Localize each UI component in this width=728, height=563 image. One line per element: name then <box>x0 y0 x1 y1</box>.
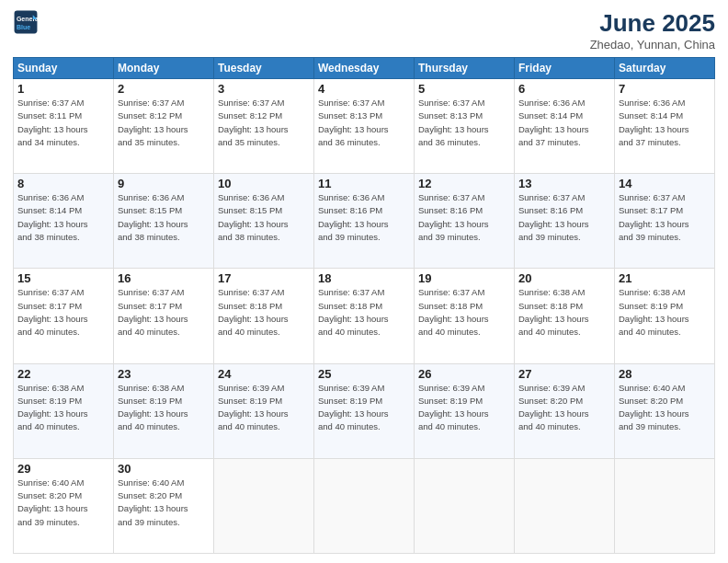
day-number: 16 <box>118 271 210 285</box>
day-info: Sunrise: 6:37 AM Sunset: 8:13 PM Dayligh… <box>318 97 410 149</box>
calendar-cell: 6Sunrise: 6:36 AM Sunset: 8:14 PM Daylig… <box>515 79 615 174</box>
day-header-wednesday: Wednesday <box>314 58 415 79</box>
calendar-cell: 25Sunrise: 6:39 AM Sunset: 8:19 PM Dayli… <box>314 363 415 458</box>
day-number: 2 <box>118 82 210 96</box>
day-info: Sunrise: 6:37 AM Sunset: 8:17 PM Dayligh… <box>17 286 109 339</box>
calendar-cell: 17Sunrise: 6:37 AM Sunset: 8:18 PM Dayli… <box>214 269 314 363</box>
day-info: Sunrise: 6:40 AM Sunset: 8:20 PM Dayligh… <box>619 382 711 434</box>
calendar-cell: 15Sunrise: 6:37 AM Sunset: 8:17 PM Dayli… <box>14 269 114 363</box>
day-info: Sunrise: 6:40 AM Sunset: 8:20 PM Dayligh… <box>17 477 109 529</box>
day-info: Sunrise: 6:37 AM Sunset: 8:12 PM Dayligh… <box>218 97 310 149</box>
day-number: 30 <box>118 462 210 476</box>
day-number: 6 <box>518 82 610 96</box>
calendar-cell: 23Sunrise: 6:38 AM Sunset: 8:19 PM Dayli… <box>114 363 214 458</box>
day-info: Sunrise: 6:40 AM Sunset: 8:20 PM Dayligh… <box>118 477 210 529</box>
calendar-table: SundayMondayTuesdayWednesdayThursdayFrid… <box>13 57 715 554</box>
calendar-cell <box>214 458 314 553</box>
day-number: 3 <box>218 82 310 96</box>
calendar-cell: 9Sunrise: 6:36 AM Sunset: 8:15 PM Daylig… <box>114 174 214 269</box>
calendar-cell: 11Sunrise: 6:36 AM Sunset: 8:16 PM Dayli… <box>314 174 415 269</box>
calendar-cell: 3Sunrise: 6:37 AM Sunset: 8:12 PM Daylig… <box>214 79 314 174</box>
day-info: Sunrise: 6:37 AM Sunset: 8:18 PM Dayligh… <box>418 286 510 339</box>
calendar-cell: 26Sunrise: 6:39 AM Sunset: 8:19 PM Dayli… <box>415 363 515 458</box>
calendar-week-row: 29Sunrise: 6:40 AM Sunset: 8:20 PM Dayli… <box>14 458 715 553</box>
day-number: 20 <box>518 271 610 285</box>
day-number: 7 <box>619 82 711 96</box>
svg-text:Blue: Blue <box>17 24 30 30</box>
day-info: Sunrise: 6:37 AM Sunset: 8:18 PM Dayligh… <box>218 286 310 339</box>
day-info: Sunrise: 6:37 AM Sunset: 8:16 PM Dayligh… <box>418 191 510 244</box>
day-info: Sunrise: 6:38 AM Sunset: 8:19 PM Dayligh… <box>118 382 210 434</box>
day-header-saturday: Saturday <box>615 58 715 79</box>
calendar-cell <box>615 458 715 553</box>
calendar-cell: 16Sunrise: 6:37 AM Sunset: 8:17 PM Dayli… <box>114 269 214 363</box>
day-info: Sunrise: 6:36 AM Sunset: 8:15 PM Dayligh… <box>218 191 310 244</box>
day-info: Sunrise: 6:39 AM Sunset: 8:20 PM Dayligh… <box>518 382 610 434</box>
logo-icon: General Blue <box>13 9 39 35</box>
calendar-cell: 14Sunrise: 6:37 AM Sunset: 8:17 PM Dayli… <box>615 174 715 269</box>
calendar-cell: 2Sunrise: 6:37 AM Sunset: 8:12 PM Daylig… <box>114 79 214 174</box>
calendar-cell: 30Sunrise: 6:40 AM Sunset: 8:20 PM Dayli… <box>114 458 214 553</box>
day-number: 28 <box>619 367 711 381</box>
calendar-week-row: 8Sunrise: 6:36 AM Sunset: 8:14 PM Daylig… <box>14 174 715 269</box>
day-number: 25 <box>318 367 410 381</box>
location: Zhedao, Yunnan, China <box>590 38 715 52</box>
day-number: 11 <box>318 177 410 190</box>
day-number: 24 <box>218 367 310 381</box>
day-header-sunday: Sunday <box>14 58 114 79</box>
calendar-header-row: SundayMondayTuesdayWednesdayThursdayFrid… <box>14 58 715 79</box>
day-number: 5 <box>418 82 510 96</box>
day-info: Sunrise: 6:36 AM Sunset: 8:14 PM Dayligh… <box>17 191 109 244</box>
day-number: 23 <box>118 367 210 381</box>
page: General Blue June 2025 Zhedao, Yunnan, C… <box>0 0 728 563</box>
day-info: Sunrise: 6:36 AM Sunset: 8:16 PM Dayligh… <box>318 191 410 244</box>
calendar-cell: 13Sunrise: 6:37 AM Sunset: 8:16 PM Dayli… <box>515 174 615 269</box>
day-number: 27 <box>518 367 610 381</box>
day-header-monday: Monday <box>114 58 214 79</box>
day-info: Sunrise: 6:39 AM Sunset: 8:19 PM Dayligh… <box>418 382 510 434</box>
day-number: 26 <box>418 367 510 381</box>
day-number: 18 <box>318 271 410 285</box>
day-header-friday: Friday <box>515 58 615 79</box>
day-info: Sunrise: 6:38 AM Sunset: 8:19 PM Dayligh… <box>619 286 711 339</box>
day-info: Sunrise: 6:36 AM Sunset: 8:14 PM Dayligh… <box>518 97 610 149</box>
calendar-week-row: 22Sunrise: 6:38 AM Sunset: 8:19 PM Dayli… <box>14 363 715 458</box>
calendar-cell: 27Sunrise: 6:39 AM Sunset: 8:20 PM Dayli… <box>515 363 615 458</box>
day-info: Sunrise: 6:36 AM Sunset: 8:14 PM Dayligh… <box>619 97 711 149</box>
day-info: Sunrise: 6:38 AM Sunset: 8:18 PM Dayligh… <box>518 286 610 339</box>
calendar-cell <box>515 458 615 553</box>
day-info: Sunrise: 6:37 AM Sunset: 8:17 PM Dayligh… <box>118 286 210 339</box>
day-number: 4 <box>318 82 410 96</box>
day-info: Sunrise: 6:37 AM Sunset: 8:13 PM Dayligh… <box>418 97 510 149</box>
day-info: Sunrise: 6:37 AM Sunset: 8:16 PM Dayligh… <box>518 191 610 244</box>
calendar-cell: 22Sunrise: 6:38 AM Sunset: 8:19 PM Dayli… <box>14 363 114 458</box>
calendar-cell: 10Sunrise: 6:36 AM Sunset: 8:15 PM Dayli… <box>214 174 314 269</box>
day-number: 15 <box>17 271 109 285</box>
day-number: 19 <box>418 271 510 285</box>
calendar-cell: 19Sunrise: 6:37 AM Sunset: 8:18 PM Dayli… <box>415 269 515 363</box>
day-number: 21 <box>619 271 711 285</box>
day-info: Sunrise: 6:39 AM Sunset: 8:19 PM Dayligh… <box>218 382 310 434</box>
day-info: Sunrise: 6:37 AM Sunset: 8:18 PM Dayligh… <box>318 286 410 339</box>
calendar-cell: 7Sunrise: 6:36 AM Sunset: 8:14 PM Daylig… <box>615 79 715 174</box>
calendar-week-row: 1Sunrise: 6:37 AM Sunset: 8:11 PM Daylig… <box>14 79 715 174</box>
day-number: 8 <box>17 177 109 190</box>
day-number: 17 <box>218 271 310 285</box>
day-number: 1 <box>17 82 109 96</box>
day-number: 14 <box>619 177 711 190</box>
calendar-cell: 4Sunrise: 6:37 AM Sunset: 8:13 PM Daylig… <box>314 79 415 174</box>
day-info: Sunrise: 6:36 AM Sunset: 8:15 PM Dayligh… <box>118 191 210 244</box>
day-info: Sunrise: 6:39 AM Sunset: 8:19 PM Dayligh… <box>318 382 410 434</box>
calendar-cell: 20Sunrise: 6:38 AM Sunset: 8:18 PM Dayli… <box>515 269 615 363</box>
calendar-cell: 24Sunrise: 6:39 AM Sunset: 8:19 PM Dayli… <box>214 363 314 458</box>
day-info: Sunrise: 6:37 AM Sunset: 8:11 PM Dayligh… <box>17 97 109 149</box>
calendar-cell: 29Sunrise: 6:40 AM Sunset: 8:20 PM Dayli… <box>14 458 114 553</box>
calendar-cell: 12Sunrise: 6:37 AM Sunset: 8:16 PM Dayli… <box>415 174 515 269</box>
day-info: Sunrise: 6:37 AM Sunset: 8:12 PM Dayligh… <box>118 97 210 149</box>
calendar-cell <box>314 458 415 553</box>
calendar-cell: 28Sunrise: 6:40 AM Sunset: 8:20 PM Dayli… <box>615 363 715 458</box>
calendar-cell: 18Sunrise: 6:37 AM Sunset: 8:18 PM Dayli… <box>314 269 415 363</box>
title-block: June 2025 Zhedao, Yunnan, China <box>590 9 715 52</box>
day-info: Sunrise: 6:38 AM Sunset: 8:19 PM Dayligh… <box>17 382 109 434</box>
day-number: 13 <box>518 177 610 190</box>
